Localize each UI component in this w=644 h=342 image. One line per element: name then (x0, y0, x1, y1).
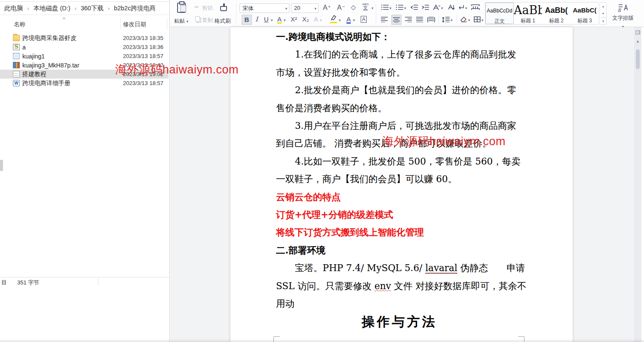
sort-ascending-icon[interactable]: ^ (63, 16, 65, 22)
doc-red-line: 云销云仓的特点 (276, 188, 523, 206)
wrap-mark-icon[interactable] (457, 4, 464, 12)
breadcrumb-current-folder[interactable]: b2b2c跨境电商 (112, 3, 158, 13)
breadcrumb-local-disk-d[interactable]: 本地磁盘 (D:) (32, 3, 72, 13)
chevron-right-icon: › (105, 6, 112, 12)
notepad-file-icon (13, 53, 20, 59)
status-item-count: 目 (1, 279, 7, 287)
format-painter-button[interactable]: 格式刷 (215, 18, 231, 25)
column-header-name[interactable]: 名称 (14, 21, 25, 28)
wrap-mark-dropdown[interactable]: ▾ (465, 6, 467, 10)
character-border-button[interactable]: A (361, 16, 367, 23)
pinyin-guide-button[interactable]: wén 文 (361, 3, 370, 10)
italic-button[interactable]: I (255, 15, 258, 23)
status-divider (98, 278, 98, 285)
shading-icon[interactable] (460, 16, 467, 24)
line-spacing-icon[interactable] (442, 16, 450, 24)
doc-line: SSL 访问。只需要修改 env 文件 对接好数据库即可，其余不 (276, 277, 523, 295)
style-gallery: AaBbCcDd 正文 AaBb 标题 1 AaBb( 标题 2 AaBbC( … (485, 2, 599, 24)
grow-font-button[interactable]: A⁺ (323, 3, 331, 12)
font-name-select[interactable]: 宋体▾ (239, 3, 289, 13)
divider (0, 1, 169, 2)
document-area: 一.跨境电商模式说明如下： 1.在我们的云仓商城，上传了很多云仓库的商品到批发 … (170, 27, 644, 342)
group-divider (439, 15, 439, 24)
font-color-dropdown[interactable]: ▾ (353, 18, 355, 22)
style-heading-1[interactable]: AaBb 标题 1 (514, 3, 542, 24)
file-date: 2023/3/13 18:36 (123, 44, 163, 50)
shrink-font-button[interactable]: A⁻ (337, 3, 345, 12)
window-edge (641, 27, 644, 342)
bold-button[interactable]: B (242, 15, 252, 25)
doc-title: 操作与方法 (276, 313, 523, 330)
shading-dropdown[interactable]: ▾ (468, 18, 470, 22)
column-divider[interactable] (120, 18, 121, 29)
scroll-up-icon[interactable]: ▲ (634, 39, 641, 43)
borders-dropdown[interactable]: ▾ (481, 18, 484, 22)
text-effects-button[interactable]: A (314, 15, 318, 23)
doc-line: 售价是消费者购买的价格。 (276, 99, 523, 117)
style-gallery-more-icon[interactable]: ▾ (600, 17, 606, 24)
text-layout-button[interactable]: 文字排版 ▾ (610, 2, 636, 26)
bullet-list-dropdown[interactable]: ▾ (389, 6, 392, 10)
pinyin-dropdown[interactable]: ▾ (371, 6, 374, 10)
style-scroll-up-icon[interactable]: ▴ (600, 3, 606, 10)
smart-format-dropdown[interactable]: ▾ (441, 6, 443, 10)
copy-button[interactable]: 复制 (202, 17, 213, 24)
character-scale-icon[interactable] (471, 4, 480, 12)
chevron-right-icon: › (25, 6, 32, 12)
style-heading-2[interactable]: AaBb( 标题 2 (542, 3, 570, 24)
align-right-icon[interactable] (405, 16, 412, 24)
numbered-list-dropdown[interactable]: ▾ (404, 6, 406, 10)
file-row[interactable]: kuajing1 2023/3/13 18:57 (0, 52, 169, 61)
line-spacing-dropdown[interactable]: ▾ (451, 18, 453, 22)
scrollbar-thumb[interactable] (0, 160, 3, 171)
char-shading-button[interactable]: A (277, 15, 282, 24)
highlight-dropdown[interactable]: ▾ (339, 18, 341, 22)
file-row[interactable]: S a 2023/3/13 18:36 (0, 43, 169, 52)
style-scroll-down-icon[interactable]: ▾ (600, 10, 606, 17)
char-shading-dropdown[interactable]: ▾ (284, 18, 286, 22)
distribute-icon[interactable] (427, 16, 435, 24)
file-row[interactable]: 跨境电商采集器虾皮 2023/3/13 18:35 (0, 34, 169, 43)
highlight-color-button[interactable] (330, 15, 337, 23)
style-heading-3[interactable]: AaBbC( 标题 3 (570, 3, 599, 24)
breadcrumb-this-pc[interactable]: 此电脑 (3, 3, 25, 13)
superscript-button[interactable]: X² (291, 15, 297, 23)
doc-red-line: 订货+代理+分销的级差模式 (276, 206, 523, 223)
document-scrollbar[interactable]: ▲ (634, 27, 641, 342)
justify-icon[interactable] (416, 16, 423, 24)
paste-button[interactable]: 粘贴 ▾ (174, 18, 188, 25)
doc-line: 市场，设置好批发价和零售价。 (276, 64, 523, 81)
group-divider (376, 3, 376, 23)
underline-button[interactable]: U (264, 15, 269, 23)
scrollbar-thumb[interactable] (636, 49, 640, 69)
numbered-list-icon[interactable] (396, 4, 403, 12)
align-center-icon[interactable] (391, 15, 402, 25)
text-effects-dropdown[interactable]: ▾ (320, 18, 322, 22)
column-header-date-modified[interactable]: 修改日期 (123, 21, 146, 28)
align-left-icon[interactable] (381, 16, 388, 24)
doc-line: 2.批发价是商户【也就是我们的会员】进价的价格。零 (276, 81, 523, 99)
font-color-button[interactable]: A (347, 15, 351, 24)
ruler-toggle-icon[interactable] (635, 31, 640, 34)
breadcrumb-360-download[interactable]: 360下载 (79, 3, 105, 13)
doc-line: 一双鞋子，商户【我们的会员】可以赚 60。 (276, 170, 523, 188)
bullet-list-icon[interactable] (381, 4, 389, 12)
cut-button[interactable]: 剪切 (202, 5, 213, 12)
file-date: 2023/3/13 18:57 (123, 53, 163, 59)
smart-format-icon[interactable] (432, 4, 440, 12)
file-date: 2023/3/13 18:57 (123, 80, 163, 86)
document-page[interactable]: 一.跨境电商模式说明如下： 1.在我们的云仓商城，上传了很多云仓库的商品到批发 … (230, 27, 573, 342)
style-normal[interactable]: AaBbCcDd 正文 (485, 3, 514, 24)
underline-dropdown[interactable]: ▾ (271, 18, 273, 22)
ribbon-toolbar: 粘贴 ▾ ✂ 剪切 复制 格式刷 宋体▾ 20▾ A⁺ A⁻ ◇ wén 文 ▾… (170, 0, 644, 27)
decrease-indent-icon[interactable] (410, 4, 418, 12)
increase-indent-icon[interactable] (421, 4, 429, 12)
borders-icon[interactable] (474, 16, 481, 24)
file-row[interactable]: W 跨境电商详细手册 2023/3/13 18:57 (0, 79, 169, 88)
subscript-button[interactable]: X₂ (302, 15, 309, 23)
column-divider[interactable] (167, 18, 167, 29)
font-size-select[interactable]: 20▾ (291, 3, 319, 13)
chevron-right-icon: › (72, 6, 79, 12)
text-direction-icon[interactable] (447, 4, 455, 12)
clear-format-eraser-icon[interactable]: ◇ (351, 3, 356, 11)
